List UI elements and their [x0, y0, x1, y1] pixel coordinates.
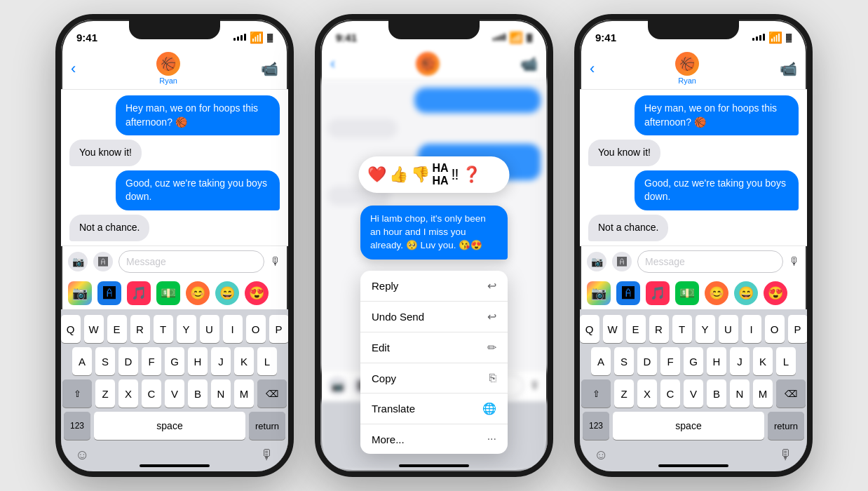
key-rr[interactable]: R — [649, 315, 669, 343]
key-rspace[interactable]: space — [613, 412, 764, 440]
context-copy[interactable]: Copy ⎘ — [360, 363, 508, 394]
key-rz[interactable]: Z — [614, 379, 634, 408]
reaction-question[interactable]: ❓ — [462, 162, 481, 187]
key-z[interactable]: Z — [95, 379, 115, 408]
key-rt[interactable]: T — [672, 315, 692, 343]
contact-icon-r1[interactable]: 😊 — [705, 281, 728, 305]
key-rj[interactable]: J — [730, 347, 750, 375]
reaction-heart[interactable]: ❤️ — [367, 162, 386, 187]
key-rq[interactable]: Q — [580, 315, 599, 343]
key-rl[interactable]: L — [776, 347, 796, 375]
key-o[interactable]: O — [246, 315, 266, 343]
contact-icon-2[interactable]: 😄 — [215, 281, 239, 305]
key-rdelete[interactable]: ⌫ — [776, 379, 806, 408]
key-l[interactable]: L — [257, 347, 277, 375]
key-j[interactable]: J — [211, 347, 231, 375]
appstore-icon-right[interactable]: 🅰 — [612, 252, 632, 271]
context-translate[interactable]: Translate 🌐 — [360, 394, 508, 424]
back-button-right[interactable]: ‹ — [590, 60, 595, 78]
key-a[interactable]: A — [72, 347, 92, 375]
reaction-haha[interactable]: HAHA — [433, 162, 449, 187]
key-g[interactable]: G — [165, 347, 184, 375]
dictation-icon-right[interactable]: 🎙 — [779, 447, 793, 463]
appstore-icon[interactable]: 🅰 — [97, 281, 121, 305]
key-i[interactable]: I — [223, 315, 243, 343]
key-r123[interactable]: 123 — [583, 412, 609, 440]
key-q[interactable]: Q — [61, 315, 81, 343]
key-rv[interactable]: V — [684, 379, 703, 408]
key-rs[interactable]: S — [614, 347, 634, 375]
key-ro[interactable]: O — [765, 315, 785, 343]
reaction-thumbsdown[interactable]: 👎 — [411, 162, 430, 187]
key-rp[interactable]: P — [788, 315, 808, 343]
key-m[interactable]: M — [234, 379, 254, 408]
key-rreturn[interactable]: return — [768, 412, 804, 440]
back-button-left[interactable]: ‹ — [71, 60, 76, 78]
key-space[interactable]: space — [94, 412, 245, 440]
key-p[interactable]: P — [269, 315, 289, 343]
key-return[interactable]: return — [249, 412, 285, 440]
appstore-icon-left[interactable]: 🅰 — [93, 252, 113, 271]
key-delete[interactable]: ⌫ — [257, 379, 287, 408]
key-rc[interactable]: C — [660, 379, 680, 408]
soundwave-icon-r[interactable]: 🎵 — [646, 281, 670, 305]
camera-icon-left[interactable]: 📷 — [68, 252, 88, 271]
key-v[interactable]: V — [165, 379, 184, 408]
key-x[interactable]: X — [118, 379, 138, 408]
mic-icon-left[interactable]: 🎙 — [270, 255, 281, 268]
context-edit[interactable]: Edit ✏ — [360, 332, 508, 363]
key-y[interactable]: Y — [177, 315, 196, 343]
key-k[interactable]: K — [234, 347, 254, 375]
key-rh[interactable]: H — [707, 347, 726, 375]
message-input-left[interactable]: Message — [118, 250, 264, 273]
key-r[interactable]: R — [130, 315, 150, 343]
key-w[interactable]: W — [84, 315, 104, 343]
key-h[interactable]: H — [188, 347, 208, 375]
key-ry[interactable]: Y — [696, 315, 715, 343]
key-rw[interactable]: W — [603, 315, 623, 343]
mic-icon-right[interactable]: 🎙 — [789, 255, 800, 268]
dictation-icon-left[interactable]: 🎙 — [260, 447, 274, 463]
key-ri[interactable]: I — [742, 315, 761, 343]
cash-icon-r[interactable]: 💵 — [675, 281, 699, 305]
key-d[interactable]: D — [118, 347, 138, 375]
key-rx[interactable]: X — [637, 379, 657, 408]
key-t[interactable]: T — [154, 315, 173, 343]
key-shift[interactable]: ⇧ — [62, 379, 92, 408]
cash-icon[interactable]: 💵 — [156, 281, 180, 305]
camera-icon-right[interactable]: 📷 — [587, 252, 606, 271]
key-rk[interactable]: K — [753, 347, 773, 375]
photos-icon[interactable]: 📷 — [68, 281, 92, 305]
key-f[interactable]: F — [142, 347, 161, 375]
key-ra[interactable]: A — [591, 347, 611, 375]
key-ru[interactable]: U — [719, 315, 738, 343]
key-rb[interactable]: B — [707, 379, 726, 408]
key-n[interactable]: N — [211, 379, 231, 408]
contact-icon-r2[interactable]: 😄 — [734, 281, 758, 305]
key-re[interactable]: E — [626, 315, 646, 343]
reaction-thumbsup[interactable]: 👍 — [389, 162, 408, 187]
key-rn[interactable]: N — [730, 379, 750, 408]
key-rf[interactable]: F — [660, 347, 680, 375]
video-button-left[interactable]: 📹 — [261, 60, 278, 77]
appstore-icon-r[interactable]: 🅰 — [616, 281, 640, 305]
context-undo-send[interactable]: Undo Send ↩ — [360, 302, 508, 332]
key-e[interactable]: E — [107, 315, 127, 343]
key-b[interactable]: B — [188, 379, 208, 408]
key-c[interactable]: C — [142, 379, 161, 408]
key-u[interactable]: U — [200, 315, 219, 343]
key-rm[interactable]: M — [753, 379, 773, 408]
emoji-icon-right[interactable]: ☺ — [594, 447, 608, 463]
context-reply[interactable]: Reply ↩ — [360, 271, 508, 302]
key-s[interactable]: S — [95, 347, 115, 375]
soundwave-icon[interactable]: 🎵 — [127, 281, 151, 305]
key-rd[interactable]: D — [637, 347, 657, 375]
context-more[interactable]: More... ··· — [360, 424, 508, 454]
reaction-emphasis[interactable]: ‼️ — [452, 162, 459, 187]
contact-icon-r3[interactable]: 😍 — [764, 281, 787, 305]
contact-header-right[interactable]: 🏀 Ryan — [675, 52, 699, 85]
key-rg[interactable]: G — [684, 347, 703, 375]
key-rshift[interactable]: ⇧ — [581, 379, 611, 408]
message-input-right[interactable]: Message — [637, 250, 783, 273]
key-123[interactable]: 123 — [64, 412, 90, 440]
